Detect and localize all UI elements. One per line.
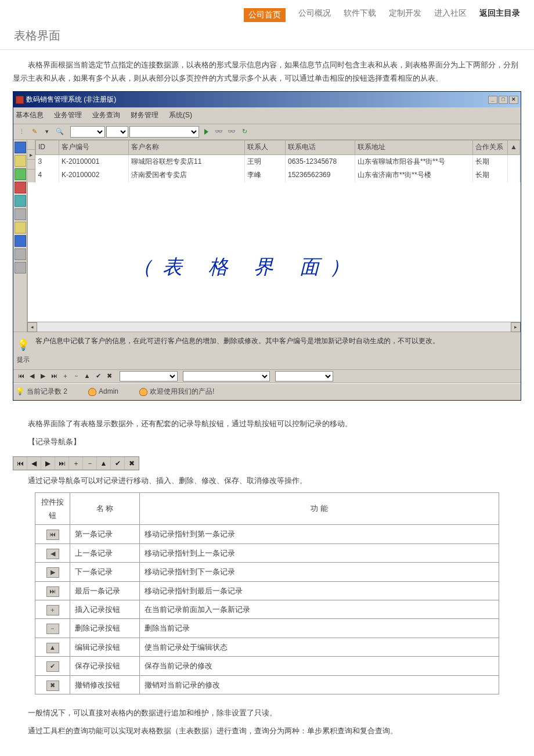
navigator-bar: ⏮ ◀ ▶ ⏭ ＋ － ▲ ✔ ✖	[13, 370, 521, 383]
nav-select-2[interactable]	[183, 371, 270, 381]
side-icon-5[interactable]	[15, 195, 26, 207]
desc-func-cell: 删除当前记录	[140, 619, 499, 638]
edit-icon[interactable]: ✎	[28, 126, 40, 138]
navimg-prev-icon: ◀	[27, 457, 41, 470]
nav-first-button[interactable]: ⏮	[16, 371, 26, 381]
search-icon[interactable]: 🔍	[54, 126, 66, 138]
para-3: 通过记录导航条可以对记录进行移动、插入、删除、修改、保存、取消修改等操作。	[13, 474, 521, 487]
refresh-icon[interactable]: ↻	[239, 126, 250, 138]
nav-community[interactable]: 进入社区	[434, 8, 467, 22]
dropdown-icon[interactable]: ▾	[41, 126, 53, 138]
nav-select-3[interactable]	[275, 371, 333, 381]
cell[interactable]: 王明	[245, 154, 286, 168]
nav-select-1[interactable]	[120, 371, 178, 381]
menu-query[interactable]: 业务查询	[92, 109, 120, 122]
side-icon-9[interactable]	[15, 249, 26, 260]
toolbar-select-2[interactable]	[106, 126, 128, 138]
tool-grip-icon: ⋮	[16, 126, 27, 138]
cell[interactable]: 4	[36, 168, 59, 182]
col-custno[interactable]: 客户编号	[59, 140, 129, 154]
desc-name-cell: 编辑记录按钮	[70, 638, 140, 656]
side-icon-10[interactable]	[15, 262, 26, 273]
side-icon-1[interactable]	[15, 142, 26, 153]
side-icon-3[interactable]	[15, 168, 26, 180]
cell[interactable]: 济南爱国者专卖店	[129, 168, 245, 182]
cell[interactable]: 山东省济南市**街**号楼	[355, 168, 473, 182]
minimize-button[interactable]: _	[488, 96, 497, 104]
cell[interactable]: K-20100002	[59, 168, 129, 182]
cell[interactable]: 3	[36, 154, 59, 168]
desc-row: ✔保存记录按钮保存当前记录的修改	[35, 657, 499, 675]
hint-panel: 💡 提示 客户信息中记载了客户的信息，在此可进行客户信息的增加、删除或修改。其中…	[13, 332, 521, 370]
col-addr[interactable]: 联系地址	[355, 140, 473, 154]
table-row[interactable]: 4 K-20100002 济南爱国者专卖店 李峰 15236562369 山东省…	[36, 168, 520, 182]
menu-finance[interactable]: 财务管理	[131, 109, 158, 122]
desc-icon-cell: －	[35, 619, 70, 638]
desc-icon-cell: ＋	[35, 600, 70, 619]
cell[interactable]: 山东省聊城市阳谷县**街**号	[355, 154, 473, 168]
col-id[interactable]: ID	[36, 140, 59, 154]
side-icon-4[interactable]	[15, 182, 26, 193]
description-table: 控件按钮 名 称 功 能 ⏮第一条记录移动记录指针到第一条记录◀上一条记录移动记…	[35, 492, 499, 694]
side-icon-7[interactable]	[15, 222, 26, 233]
toolbar-select-3[interactable]	[129, 126, 199, 138]
close-button[interactable]: ✕	[509, 96, 518, 104]
navimg-edit-icon: ▲	[97, 457, 111, 470]
side-icon-2[interactable]	[15, 155, 26, 167]
status-user: Admin	[99, 386, 118, 398]
cell[interactable]: 长期	[473, 168, 508, 182]
nav-next-button[interactable]: ▶	[38, 371, 48, 381]
desc-row: ＋插入记录按钮在当前记录前面加入一条新记录	[35, 600, 499, 619]
side-icon-6[interactable]	[15, 208, 26, 220]
nav-home[interactable]: 公司首页	[244, 8, 286, 22]
navimg-cancel-icon: ✖	[125, 457, 139, 470]
nav-delete-button[interactable]: －	[71, 371, 81, 381]
maximize-button[interactable]: □	[499, 96, 508, 104]
cell[interactable]: K-20100001	[59, 154, 129, 168]
cell[interactable]: 15236562369	[286, 168, 355, 182]
cell[interactable]: 0635-12345678	[286, 154, 355, 168]
search-binoculars-icon[interactable]: 👓	[213, 126, 225, 138]
app-title: 数码销售管理系统 (非注册版)	[26, 93, 116, 106]
status-bar: 💡 当前记录数 2 Admin 欢迎使用我们的产品!	[13, 383, 521, 400]
nav-edit-button[interactable]: ▲	[82, 371, 92, 381]
col-rel[interactable]: 合作关系	[473, 140, 508, 154]
nav-about[interactable]: 公司概况	[298, 8, 331, 22]
toolbar-select-1[interactable]	[70, 126, 105, 138]
search-binoculars2-icon[interactable]: 👓	[226, 126, 237, 138]
desc-icon-cell: ◀	[35, 543, 70, 562]
table-row[interactable]: 3 K-20100001 聊城阳谷联想专卖店11 王明 0635-1234567…	[36, 154, 520, 168]
welcome-icon	[139, 388, 147, 396]
nav-custom[interactable]: 定制开发	[389, 8, 421, 22]
nav-prev-button[interactable]: ◀	[27, 371, 37, 381]
col-contact[interactable]: 联系人	[245, 140, 286, 154]
menu-business[interactable]: 业务管理	[54, 109, 82, 122]
hint-label: 提示	[16, 354, 31, 366]
app-window: 数码销售管理系统 (非注册版) _ □ ✕ 基本信息 业务管理 业务查询 财务管…	[13, 91, 521, 401]
desc-func-cell: 使当前记录处于编辑状态	[140, 638, 499, 656]
nav-insert-button[interactable]: ＋	[60, 371, 70, 381]
cell[interactable]: 李峰	[245, 168, 286, 182]
navimg-insert-icon: ＋	[69, 457, 83, 470]
h-scrollbar[interactable]: ◂ ▸	[27, 322, 521, 332]
nav-cancel-button[interactable]: ✖	[104, 371, 114, 381]
run-icon[interactable]	[200, 126, 212, 138]
scroll-right-icon[interactable]: ▸	[511, 322, 521, 332]
nav-download[interactable]: 软件下载	[344, 8, 376, 22]
desc-name-cell: 插入记录按钮	[70, 600, 140, 619]
desc-icon-cell: ✖	[35, 675, 70, 694]
para-5: 通过工具栏的查询功能可以实现对表格数据（主表数据）进行查询，查询分为两种：单步累…	[13, 724, 521, 737]
col-phone[interactable]: 联系电话	[286, 140, 355, 154]
data-grid[interactable]: ID 客户编号 客户名称 联系人 联系电话 联系地址 合作关系 ▲ 3	[35, 140, 520, 182]
side-icon-8[interactable]	[15, 235, 26, 247]
menu-system[interactable]: 系统(S)	[169, 109, 192, 122]
nav-back-index[interactable]: 返回主目录	[479, 8, 520, 22]
menu-basic[interactable]: 基本信息	[16, 109, 44, 122]
nav-last-button[interactable]: ⏭	[49, 371, 59, 381]
nav-post-button[interactable]: ✔	[93, 371, 103, 381]
cell[interactable]: 长期	[473, 154, 508, 168]
scroll-left-icon[interactable]: ◂	[27, 322, 37, 332]
desc-name-cell: 保存记录按钮	[70, 657, 140, 675]
col-custname[interactable]: 客户名称	[129, 140, 245, 154]
cell[interactable]: 聊城阳谷联想专卖店11	[129, 154, 245, 168]
